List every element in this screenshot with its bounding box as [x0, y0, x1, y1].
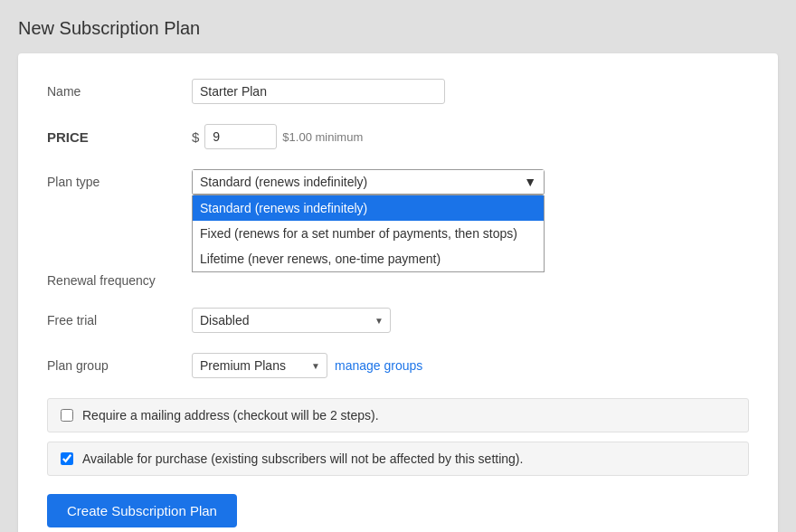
available-purchase-label: Available for purchase (existing subscri…: [82, 451, 523, 466]
plan-group-control: Premium Plans Basic Plans None ▼ manage …: [192, 353, 749, 378]
page-title: New Subscription Plan: [18, 18, 778, 39]
free-trial-control: Disabled Enabled ▼: [192, 308, 749, 333]
plan-group-row: Plan group Premium Plans Basic Plans Non…: [47, 353, 749, 378]
mailing-address-checkbox[interactable]: [61, 409, 73, 422]
plan-group-select-wrapper: Premium Plans Basic Plans None ▼: [192, 353, 327, 378]
dropdown-current-label: Standard (renews indefinitely): [200, 175, 367, 189]
dropdown-selected-value[interactable]: Standard (renews indefinitely) ▼: [193, 170, 544, 195]
form-card: Name PRICE $ $1.00 minimum Plan type: [18, 53, 778, 532]
free-trial-select[interactable]: Disabled Enabled: [192, 308, 391, 333]
renewal-frequency-label: Renewal frequency: [47, 268, 192, 288]
price-control: $ $1.00 minimum: [192, 124, 749, 149]
plan-group-select[interactable]: Premium Plans Basic Plans None: [192, 353, 327, 378]
price-row: PRICE $ $1.00 minimum: [47, 124, 749, 149]
free-trial-select-wrapper: Disabled Enabled ▼: [192, 308, 391, 333]
plan-type-label: Plan type: [47, 169, 192, 189]
dropdown-options-list: Standard (renews indefinitely) Fixed (re…: [192, 195, 545, 272]
plan-group-label: Plan group: [47, 353, 192, 373]
price-symbol: $: [192, 129, 199, 145]
dropdown-option-standard[interactable]: Standard (renews indefinitely): [193, 195, 544, 221]
create-subscription-button[interactable]: Create Subscription Plan: [47, 494, 237, 527]
dropdown-option-fixed[interactable]: Fixed (renews for a set number of paymen…: [193, 221, 544, 246]
mailing-address-row: Require a mailing address (checkout will…: [47, 398, 749, 432]
price-label: PRICE: [47, 124, 192, 145]
name-input[interactable]: [192, 79, 445, 104]
name-label: Name: [47, 79, 192, 99]
name-control: [192, 79, 749, 104]
mailing-address-label: Require a mailing address (checkout will…: [82, 408, 379, 423]
free-trial-row: Free trial Disabled Enabled ▼: [47, 308, 749, 333]
price-hint: $1.00 minimum: [282, 130, 363, 144]
plan-type-control: Standard (renews indefinitely) ▼ Standar…: [192, 169, 749, 195]
plan-type-dropdown[interactable]: Standard (renews indefinitely) ▼ Standar…: [192, 169, 545, 195]
dropdown-option-lifetime[interactable]: Lifetime (never renews, one-time payment…: [193, 246, 544, 271]
available-purchase-row: Available for purchase (existing subscri…: [47, 442, 749, 476]
manage-groups-link[interactable]: manage groups: [335, 358, 422, 373]
price-input[interactable]: [204, 124, 277, 149]
available-purchase-checkbox[interactable]: [61, 452, 73, 465]
dropdown-arrow-icon: ▼: [524, 175, 536, 189]
name-row: Name: [47, 79, 749, 104]
free-trial-label: Free trial: [47, 308, 192, 328]
plan-type-row: Plan type Standard (renews indefinitely)…: [47, 169, 749, 195]
